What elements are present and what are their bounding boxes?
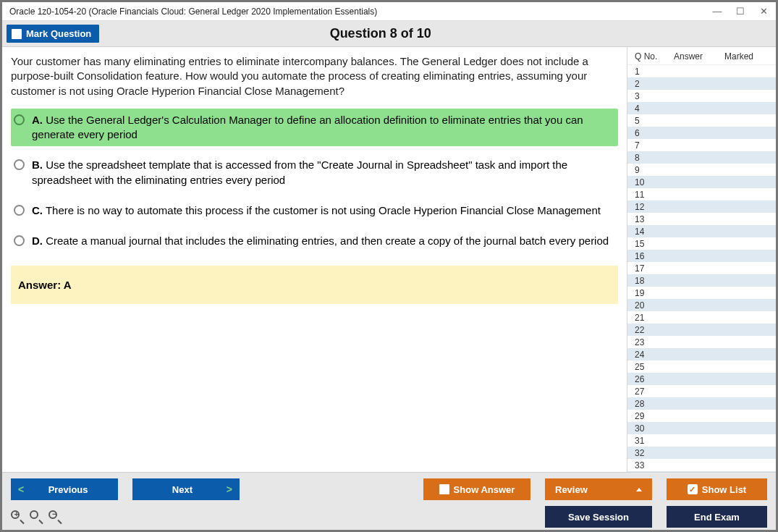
zoom-reset-icon[interactable]: [30, 510, 43, 523]
titlebar: Oracle 1z0-1054-20 (Oracle Financials Cl…: [2, 2, 776, 21]
sidebar-row[interactable]: 25: [627, 360, 776, 373]
sidebar-row[interactable]: 28: [627, 397, 776, 410]
close-icon[interactable]: ✕: [758, 6, 769, 17]
sidebar-row[interactable]: 6: [627, 127, 776, 139]
choice-c[interactable]: C. There is no way to automate this proc…: [11, 199, 618, 222]
sidebar-row[interactable]: 30: [627, 422, 776, 434]
show-answer-button[interactable]: Show Answer: [423, 478, 530, 500]
radio-icon: [14, 235, 25, 246]
chevron-left-icon: <: [18, 484, 24, 495]
sidebar-row[interactable]: 29: [627, 410, 776, 422]
sidebar-row[interactable]: 7: [627, 139, 776, 151]
radio-icon: [14, 114, 25, 125]
col-header-answer: Answer: [674, 51, 724, 62]
sidebar-row[interactable]: 2: [627, 77, 776, 90]
sidebar-row[interactable]: 1: [627, 65, 776, 77]
previous-button[interactable]: < Previous: [11, 478, 118, 500]
checkbox-checked-icon: ✓: [688, 484, 698, 494]
topbar: Mark Question Question 8 of 10: [2, 21, 776, 47]
next-label: Next: [143, 484, 222, 495]
sidebar-row[interactable]: 19: [627, 287, 776, 299]
chevron-right-icon: >: [227, 484, 232, 495]
question-counter: Question 8 of 10: [99, 26, 661, 41]
sidebar-row[interactable]: 8: [627, 151, 776, 164]
question-list-sidebar: Q No. Answer Marked 12345678910111213141…: [627, 47, 776, 472]
caret-up-icon: [636, 488, 642, 491]
sidebar-row[interactable]: 13: [627, 213, 776, 225]
sidebar-row[interactable]: 23: [627, 336, 776, 348]
choice-text: D. Create a manual journal that includes…: [32, 234, 612, 248]
sidebar-row[interactable]: 31: [627, 434, 776, 447]
choice-text: C. There is no way to automate this proc…: [32, 203, 612, 218]
maximize-icon[interactable]: ☐: [735, 6, 745, 17]
choice-d[interactable]: D. Create a manual journal that includes…: [11, 229, 618, 253]
choice-text: B. Use the spreadsheet template that is …: [32, 158, 612, 187]
sidebar-row[interactable]: 24: [627, 348, 776, 360]
answer-box: Answer: A: [11, 266, 618, 304]
choice-b[interactable]: B. Use the spreadsheet template that is …: [11, 153, 618, 192]
sidebar-row[interactable]: 10: [627, 176, 776, 188]
review-label: Review: [555, 484, 588, 495]
sidebar-row[interactable]: 17: [627, 262, 776, 274]
sidebar-row[interactable]: 3: [627, 90, 776, 102]
sidebar-row[interactable]: 14: [627, 225, 776, 237]
radio-icon: [14, 159, 25, 170]
save-session-label: Save Session: [568, 512, 629, 523]
sidebar-row[interactable]: 9: [627, 164, 776, 176]
next-button[interactable]: Next >: [132, 478, 240, 500]
col-header-qno: Q No.: [635, 51, 674, 62]
show-list-label: Show List: [702, 484, 746, 495]
zoom-controls: [11, 510, 62, 523]
square-icon: [439, 484, 449, 494]
sidebar-row[interactable]: 11: [627, 188, 776, 200]
radio-icon: [14, 205, 25, 216]
question-content: Your customer has many eliminating entri…: [2, 47, 627, 472]
minimize-icon[interactable]: —: [712, 6, 722, 17]
end-exam-label: End Exam: [694, 512, 740, 523]
zoom-in-icon[interactable]: [11, 510, 24, 523]
question-text: Your customer has many eliminating entri…: [11, 54, 618, 98]
window-title: Oracle 1z0-1054-20 (Oracle Financials Cl…: [9, 7, 377, 17]
choice-a[interactable]: A. Use the General Ledger's Calculation …: [11, 109, 618, 147]
choices-list: A. Use the General Ledger's Calculation …: [11, 109, 618, 253]
show-list-button[interactable]: ✓ Show List: [667, 478, 767, 500]
sidebar-row[interactable]: 20: [627, 299, 776, 311]
sidebar-row[interactable]: 15: [627, 237, 776, 250]
sidebar-row[interactable]: 34: [627, 471, 776, 472]
mark-question-button[interactable]: Mark Question: [7, 25, 99, 43]
sidebar-row[interactable]: 18: [627, 274, 776, 287]
bottombar: < Previous Next > Show Answer Review ✓ S…: [2, 472, 776, 530]
sidebar-row[interactable]: 33: [627, 459, 776, 471]
sidebar-row[interactable]: 12: [627, 200, 776, 213]
mark-question-label: Mark Question: [26, 28, 91, 39]
sidebar-row[interactable]: 27: [627, 385, 776, 397]
app-window: Oracle 1z0-1054-20 (Oracle Financials Cl…: [0, 0, 778, 532]
review-button[interactable]: Review: [545, 478, 652, 500]
checkbox-icon: [12, 29, 22, 39]
save-session-button[interactable]: Save Session: [545, 506, 652, 528]
sidebar-header: Q No. Answer Marked: [627, 47, 776, 65]
sidebar-row[interactable]: 32: [627, 447, 776, 459]
sidebar-row[interactable]: 21: [627, 311, 776, 324]
sidebar-row[interactable]: 16: [627, 250, 776, 262]
previous-label: Previous: [28, 484, 108, 495]
zoom-out-icon[interactable]: [48, 510, 62, 523]
show-answer-label: Show Answer: [454, 484, 515, 495]
sidebar-row[interactable]: 4: [627, 102, 776, 114]
choice-text: A. Use the General Ledger's Calculation …: [32, 113, 612, 143]
sidebar-row[interactable]: 26: [627, 373, 776, 385]
sidebar-row[interactable]: 5: [627, 114, 776, 127]
end-exam-button[interactable]: End Exam: [667, 506, 767, 528]
sidebar-scroll[interactable]: 1234567891011121314151617181920212223242…: [627, 65, 776, 472]
sidebar-row[interactable]: 22: [627, 324, 776, 336]
col-header-marked: Marked: [724, 51, 768, 62]
